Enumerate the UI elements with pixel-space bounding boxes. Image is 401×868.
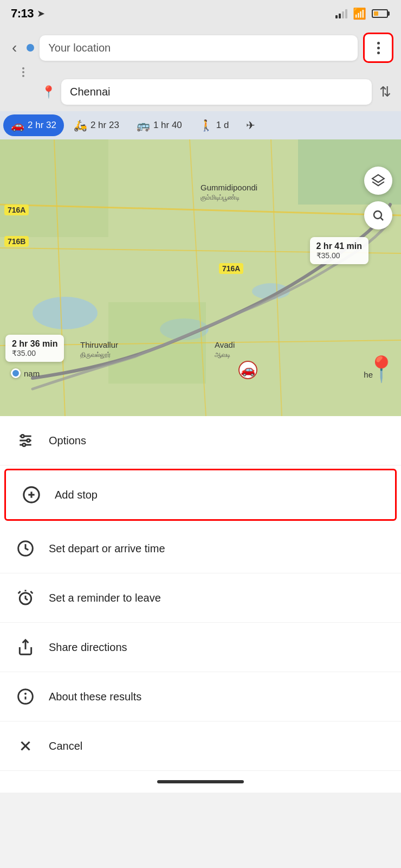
tab-bike[interactable]: 🛵 2 hr 23 [66, 114, 127, 136]
bike-duration: 2 hr 23 [90, 120, 119, 131]
svg-point-21 [23, 443, 25, 446]
status-time: 7:13 [11, 7, 34, 21]
dots-icon [377, 42, 380, 54]
wifi-icon: 📶 [353, 7, 366, 20]
bottom-menu: Options Add stop Set depart or arrive ti… [0, 416, 401, 771]
map-svg [0, 139, 401, 416]
clock-icon [15, 538, 36, 559]
home-bar [157, 780, 244, 783]
road-label-716a-2: 716A [219, 263, 243, 274]
walk-duration: 1 d [216, 120, 229, 131]
status-bar: 7:13 ➤ 📶 [0, 0, 401, 27]
svg-point-19 [21, 435, 24, 437]
add-stop-label: Add stop [55, 489, 98, 501]
map-area[interactable]: 716A 716B 716A Gummidipoondiகும்மிடிப்பூ… [0, 139, 401, 416]
map-location-label-he: he [364, 370, 373, 379]
place-gummidipoondi: Gummidipoondiகும்மிடிப்பூண்டி [200, 183, 257, 201]
location-arrow-icon: ➤ [37, 8, 45, 20]
reminder-label: Set a reminder to leave [49, 592, 161, 604]
signal-icon [335, 9, 347, 18]
bike-icon: 🛵 [74, 119, 87, 132]
tab-car[interactable]: 🚗 2 hr 32 [3, 114, 64, 136]
route-info-2: 2 hr 41 min ₹35.00 [310, 237, 368, 264]
alarm-icon [15, 588, 36, 608]
search-map-button[interactable] [364, 201, 392, 229]
tab-plane[interactable]: ✈ [238, 114, 263, 136]
transport-tabs: 🚗 2 hr 32 🛵 2 hr 23 🚌 1 hr 40 🚶 1 d ✈ [0, 111, 401, 139]
origin-input[interactable]: Your location [40, 35, 358, 61]
road-label-716b: 716B [4, 236, 29, 247]
walk-icon: 🚶 [199, 119, 213, 132]
tab-walk[interactable]: 🚶 1 d [192, 114, 237, 136]
car-icon: 🚗 [11, 119, 24, 132]
menu-item-add-stop[interactable]: Add stop [4, 469, 397, 521]
menu-item-depart-time[interactable]: Set depart or arrive time [0, 524, 401, 573]
map-car-icon: 🚗 [238, 361, 257, 379]
origin-dot-icon [27, 44, 34, 52]
road-label-716a-1: 716A [4, 205, 29, 215]
cancel-label: Cancel [49, 740, 82, 752]
swap-button[interactable]: ⇅ [377, 81, 393, 103]
battery-icon [372, 9, 388, 18]
svg-point-20 [27, 439, 30, 442]
plane-icon: ✈ [246, 119, 255, 132]
route-info-1: 2 hr 36 min ₹35.00 [5, 335, 64, 362]
share-label: Share directions [49, 641, 127, 654]
transit-icon: 🚌 [137, 119, 150, 132]
svg-line-27 [18, 591, 21, 593]
car-duration: 2 hr 32 [28, 120, 56, 131]
menu-item-reminder[interactable]: Set a reminder to leave [0, 573, 401, 623]
svg-point-1 [33, 297, 98, 329]
svg-line-15 [381, 218, 383, 220]
search-header: ‹ Your location 📍 Chennai ⇅ [0, 27, 401, 111]
menu-item-options[interactable]: Options [0, 416, 401, 465]
x-icon [15, 736, 36, 756]
menu-item-share[interactable]: Share directions [0, 623, 401, 672]
share-icon [15, 637, 36, 658]
back-button[interactable]: ‹ [8, 37, 21, 59]
back-spacer [8, 87, 36, 97]
place-avadi: Avadiஆவடி [215, 340, 235, 359]
svg-rect-4 [0, 139, 108, 237]
destination-input[interactable]: Chennai [61, 79, 372, 105]
about-label: About these results [49, 691, 141, 703]
menu-item-about[interactable]: About these results [0, 672, 401, 722]
transit-duration: 1 hr 40 [153, 120, 182, 131]
status-icons: 📶 [335, 7, 388, 20]
home-indicator [0, 771, 401, 793]
place-thiruvallur: Thiruvallurதிருவல்லூர் [80, 340, 118, 359]
info-icon [15, 686, 36, 707]
tab-transit[interactable]: 🚌 1 hr 40 [129, 114, 190, 136]
plus-circle-icon [21, 484, 42, 505]
menu-item-cancel[interactable]: Cancel [0, 722, 401, 771]
svg-marker-13 [372, 175, 384, 182]
more-options-button[interactable] [363, 33, 393, 63]
sliders-icon [15, 430, 36, 451]
origin-marker: nam [11, 368, 40, 378]
destination-pin-icon: 📍 [41, 85, 56, 99]
layers-button[interactable] [364, 167, 392, 195]
svg-point-14 [374, 211, 381, 219]
svg-line-28 [30, 591, 33, 593]
depart-time-label: Set depart or arrive time [49, 542, 165, 555]
options-label: Options [49, 435, 86, 447]
